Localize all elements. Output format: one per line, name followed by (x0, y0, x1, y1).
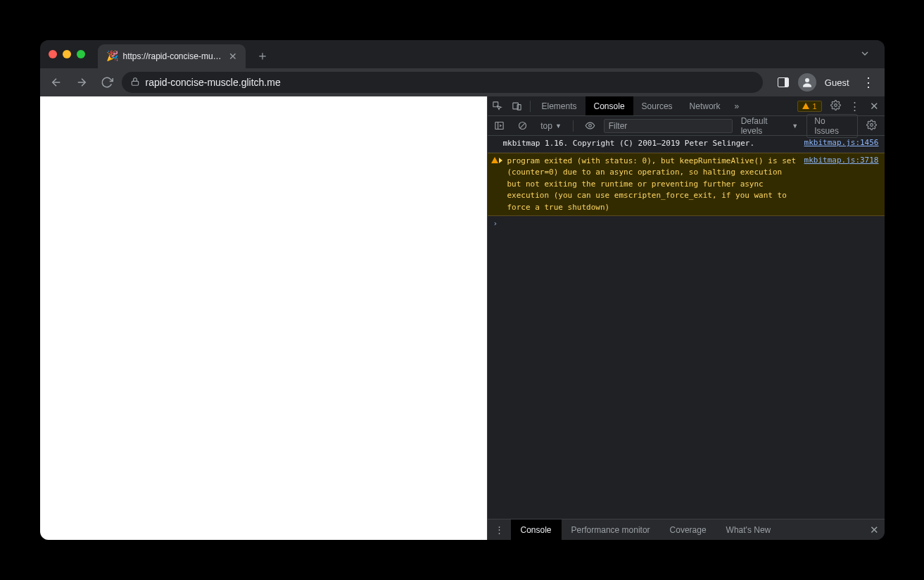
more-tabs-button[interactable]: » (729, 101, 745, 111)
svg-point-7 (834, 103, 837, 106)
close-tab-button[interactable]: ✕ (229, 51, 237, 62)
console-sidebar-toggle[interactable] (491, 116, 510, 136)
clear-console-button[interactable] (513, 116, 532, 136)
url-text: rapid-concise-muscle.glitch.me (146, 77, 281, 88)
issues-button[interactable]: No Issues (806, 114, 858, 138)
log-source-link[interactable]: mkbitmap.js:1456 (804, 138, 879, 150)
tab-network[interactable]: Network (681, 96, 729, 115)
warning-text: program exited (with status: 0), but kee… (503, 156, 804, 214)
drawer-tab-whatsnew[interactable]: What's New (716, 519, 781, 540)
log-levels-selector[interactable]: Default levels ▼ (737, 116, 803, 136)
devtools-settings-button[interactable] (826, 100, 845, 113)
minimize-window-button[interactable] (63, 50, 71, 58)
devtools-menu-button[interactable]: ⋮ (845, 100, 864, 113)
console-messages[interactable]: mkbitmap 1.16. Copyright (C) 2001–2019 P… (488, 136, 885, 519)
console-log-row[interactable]: mkbitmap 1.16. Copyright (C) 2001–2019 P… (488, 136, 885, 153)
console-filter-input[interactable] (604, 119, 733, 133)
reload-button[interactable] (96, 72, 118, 93)
side-panel-toggle-button[interactable] (773, 72, 794, 93)
window-titlebar: 🎉 https://rapid-concise-muscle.g ✕ ＋ (40, 40, 885, 68)
svg-point-13 (871, 123, 873, 126)
warning-source-link[interactable]: mkbitmap.js:3718 (804, 156, 879, 214)
console-prompt[interactable]: › (488, 216, 885, 231)
expand-arrow-icon[interactable] (499, 158, 502, 163)
window-menu-button[interactable] (854, 48, 876, 61)
levels-label: Default levels (741, 116, 790, 136)
device-toolbar-button[interactable] (507, 96, 527, 116)
close-window-button[interactable] (49, 50, 57, 58)
svg-line-11 (521, 123, 525, 127)
panel-icon (778, 77, 789, 87)
page-viewport[interactable] (40, 96, 487, 540)
back-button[interactable] (46, 72, 67, 93)
address-bar[interactable]: rapid-concise-muscle.glitch.me (122, 72, 763, 93)
svg-point-3 (805, 78, 809, 82)
tab-title: https://rapid-concise-muscle.g (123, 51, 223, 61)
live-expression-button[interactable] (581, 116, 600, 136)
new-tab-button[interactable]: ＋ (253, 46, 272, 65)
context-label: top (540, 121, 552, 131)
browser-toolbar: rapid-concise-muscle.glitch.me Guest ⋮ (40, 68, 885, 96)
devtools-header: Elements Console Sources Network » 1 ⋮ ✕ (488, 96, 885, 116)
warning-count: 1 (812, 102, 816, 111)
devtools-close-button[interactable]: ✕ (864, 100, 885, 113)
warning-icon (802, 103, 809, 109)
devtools-tabs: Elements Console Sources Network (533, 96, 729, 115)
browser-tab[interactable]: 🎉 https://rapid-concise-muscle.g ✕ (98, 44, 246, 68)
drawer-close-button[interactable]: ✕ (864, 524, 885, 536)
content-area: Elements Console Sources Network » 1 ⋮ ✕ (40, 96, 885, 540)
profile-label[interactable]: Guest (825, 77, 849, 88)
lock-icon (130, 77, 140, 89)
devtools-panel: Elements Console Sources Network » 1 ⋮ ✕ (487, 96, 885, 540)
context-selector[interactable]: top ▼ (536, 121, 566, 131)
log-text: mkbitmap 1.16. Copyright (C) 2001–2019 P… (503, 138, 804, 150)
maximize-window-button[interactable] (77, 50, 85, 58)
tab-elements[interactable]: Elements (533, 96, 586, 115)
profile-avatar-icon[interactable] (798, 73, 816, 92)
inspect-element-button[interactable] (488, 96, 507, 116)
tab-favicon-icon: 🎉 (106, 51, 118, 62)
browser-window: 🎉 https://rapid-concise-muscle.g ✕ ＋ rap… (40, 40, 885, 540)
drawer-tab-performance[interactable]: Performance monitor (562, 519, 660, 540)
tab-console[interactable]: Console (586, 96, 633, 115)
drawer-tab-console[interactable]: Console (511, 519, 562, 540)
svg-rect-8 (495, 122, 503, 130)
console-settings-button[interactable] (862, 120, 881, 132)
drawer-tab-coverage[interactable]: Coverage (660, 519, 716, 540)
warning-count-badge[interactable]: 1 (797, 101, 821, 112)
console-warning-row[interactable]: program exited (with status: 0), but kee… (488, 153, 885, 217)
window-controls (49, 50, 85, 58)
devtools-drawer: ⋮ Console Performance monitor Coverage W… (488, 519, 885, 540)
console-toolbar: top ▼ Default levels ▼ No Issues (488, 116, 885, 136)
chevron-down-icon: ▼ (792, 122, 798, 130)
browser-menu-button[interactable]: ⋮ (858, 75, 879, 90)
tab-sources[interactable]: Sources (633, 96, 681, 115)
prompt-caret-icon: › (493, 219, 498, 228)
forward-button[interactable] (71, 72, 92, 93)
svg-rect-2 (132, 81, 138, 85)
drawer-menu-button[interactable]: ⋮ (488, 524, 511, 535)
svg-point-12 (588, 125, 591, 127)
chevron-down-icon: ▼ (555, 122, 562, 130)
